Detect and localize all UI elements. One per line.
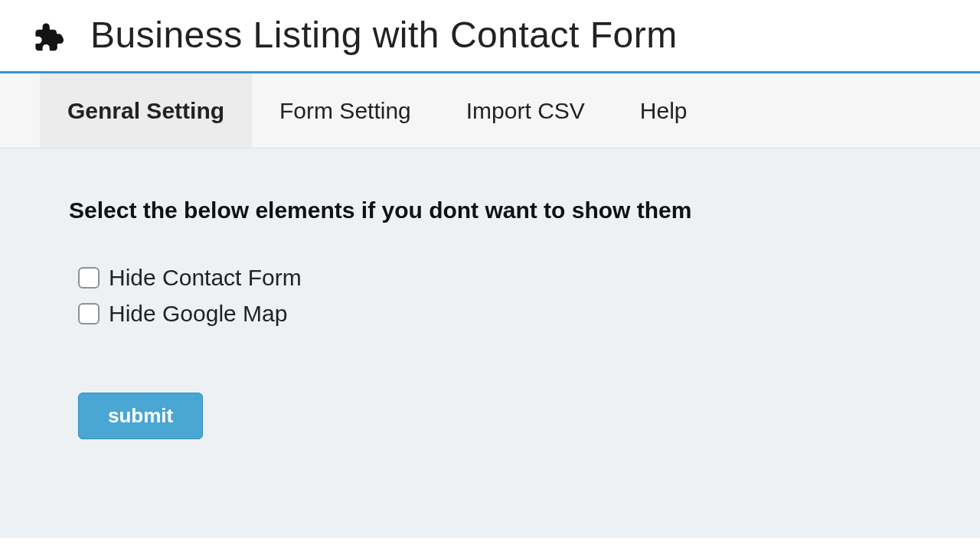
option-hide-contact-form[interactable]: Hide Contact Form (78, 260, 980, 296)
page-title: Business Listing with Contact Form (90, 14, 678, 56)
checkbox-hide-google-map[interactable] (78, 303, 100, 324)
settings-panel: Select the below elements if you dont wa… (0, 148, 980, 538)
tab-label: Import CSV (466, 98, 585, 124)
checkbox-hide-contact-form[interactable] (78, 267, 100, 289)
page-header: Business Listing with Contact Form (0, 0, 980, 73)
puzzle-piece-icon (31, 18, 64, 52)
tab-general-setting[interactable]: Genral Setting (40, 73, 252, 148)
option-hide-google-map[interactable]: Hide Google Map (78, 296, 980, 332)
panel-heading: Select the below elements if you dont wa… (69, 197, 980, 223)
tab-form-setting[interactable]: Form Setting (252, 73, 439, 148)
submit-button[interactable]: submit (78, 393, 203, 439)
tab-label: Help (640, 98, 688, 124)
option-label: Hide Google Map (109, 296, 287, 332)
option-list: Hide Contact Form Hide Google Map (69, 260, 980, 331)
tab-bar: Genral Setting Form Setting Import CSV H… (0, 73, 980, 148)
tab-label: Form Setting (279, 98, 411, 124)
tab-label: Genral Setting (67, 98, 224, 124)
tab-help[interactable]: Help (612, 73, 715, 148)
option-label: Hide Contact Form (109, 260, 302, 296)
tab-import-csv[interactable]: Import CSV (439, 73, 612, 148)
